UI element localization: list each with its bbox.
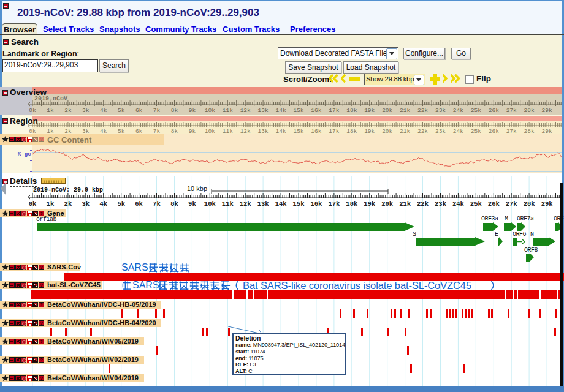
svg-text:16k: 16k — [310, 200, 322, 208]
svg-text:13k: 13k — [258, 128, 269, 134]
svg-text:1k: 1k — [47, 200, 55, 208]
svg-text:18k: 18k — [346, 200, 357, 208]
svg-text:25k: 25k — [470, 200, 482, 208]
svg-text:1k: 1k — [47, 107, 54, 114]
svg-text:21k: 21k — [400, 128, 410, 134]
svg-text:17k: 17k — [329, 107, 339, 114]
svg-text:9k: 9k — [189, 107, 196, 114]
svg-text:21k: 21k — [400, 107, 410, 114]
svg-text:0k: 0k — [29, 200, 37, 208]
svg-text:25k: 25k — [471, 107, 481, 114]
svg-text:11k: 11k — [222, 200, 234, 208]
svg-text:4k: 4k — [99, 200, 107, 208]
svg-text:8k: 8k — [171, 107, 178, 114]
svg-text:29k: 29k — [542, 128, 552, 134]
svg-text:13k: 13k — [258, 107, 269, 114]
svg-text:14k: 14k — [276, 107, 286, 114]
svg-text:22k: 22k — [417, 200, 429, 208]
svg-text:0k: 0k — [29, 128, 36, 134]
svg-text:4k: 4k — [100, 107, 107, 114]
svg-text:26k: 26k — [489, 128, 499, 134]
svg-text:8k: 8k — [171, 128, 178, 134]
svg-text:6k: 6k — [135, 107, 143, 114]
svg-text:26k: 26k — [489, 107, 499, 114]
svg-text:9k: 9k — [188, 200, 196, 208]
svg-text:15k: 15k — [293, 128, 303, 134]
svg-text:5k: 5k — [118, 128, 125, 134]
svg-text:3k: 3k — [82, 107, 90, 114]
svg-text:22k: 22k — [417, 128, 428, 134]
svg-text:29k: 29k — [541, 200, 553, 208]
svg-text:2k: 2k — [64, 200, 72, 208]
svg-text:27k: 27k — [506, 200, 517, 208]
svg-text:6k: 6k — [135, 128, 143, 134]
svg-text:3k: 3k — [82, 128, 90, 134]
svg-text:10k: 10k — [205, 107, 215, 114]
svg-text:19k: 19k — [364, 128, 375, 134]
svg-text:12k: 12k — [240, 200, 251, 208]
svg-text:1k: 1k — [47, 128, 54, 134]
svg-text:24k: 24k — [453, 128, 463, 134]
svg-text:16k: 16k — [311, 107, 321, 114]
svg-text:18k: 18k — [346, 128, 357, 134]
svg-text:11k: 11k — [223, 128, 233, 134]
svg-text:20k: 20k — [381, 200, 393, 208]
svg-text:7k: 7k — [153, 107, 161, 114]
svg-text:15k: 15k — [293, 200, 305, 208]
svg-text:19k: 19k — [364, 107, 375, 114]
svg-text:22k: 22k — [417, 107, 428, 114]
svg-text:27k: 27k — [506, 107, 517, 114]
svg-text:17k: 17k — [329, 128, 339, 134]
svg-text:5k: 5k — [117, 200, 125, 208]
svg-text:13k: 13k — [257, 200, 269, 208]
svg-text:12k: 12k — [240, 107, 251, 114]
svg-text:21k: 21k — [399, 200, 411, 208]
svg-text:6k: 6k — [135, 200, 143, 208]
svg-text:20k: 20k — [382, 107, 392, 114]
svg-text:25k: 25k — [471, 128, 481, 134]
svg-text:19k: 19k — [364, 200, 375, 208]
svg-text:2k: 2k — [64, 107, 72, 114]
svg-text:16k: 16k — [311, 128, 321, 134]
svg-text:17k: 17k — [328, 200, 340, 208]
svg-text:7k: 7k — [153, 128, 161, 134]
svg-text:15k: 15k — [293, 107, 303, 114]
svg-text:4k: 4k — [100, 128, 107, 134]
svg-text:23k: 23k — [435, 200, 446, 208]
svg-text:3k: 3k — [82, 200, 90, 208]
svg-text:27k: 27k — [506, 128, 517, 134]
svg-text:20k: 20k — [382, 128, 392, 134]
svg-text:23k: 23k — [435, 107, 446, 114]
svg-text:28k: 28k — [524, 200, 535, 208]
svg-text:10k: 10k — [205, 128, 215, 134]
svg-text:5k: 5k — [118, 107, 125, 114]
svg-text:0k: 0k — [29, 107, 36, 114]
svg-text:7k: 7k — [153, 200, 161, 208]
svg-text:23k: 23k — [435, 128, 446, 134]
svg-text:8k: 8k — [170, 200, 178, 208]
svg-text:18k: 18k — [346, 107, 357, 114]
svg-text:14k: 14k — [275, 200, 287, 208]
svg-text:28k: 28k — [524, 107, 535, 114]
svg-text:26k: 26k — [488, 200, 500, 208]
svg-text:29k: 29k — [542, 107, 552, 114]
svg-text:24k: 24k — [452, 200, 464, 208]
svg-text:2k: 2k — [64, 128, 72, 134]
svg-text:24k: 24k — [453, 107, 463, 114]
svg-text:10k: 10k — [204, 200, 216, 208]
svg-text:14k: 14k — [276, 128, 286, 134]
svg-text:12k: 12k — [240, 128, 251, 134]
svg-text:28k: 28k — [524, 128, 535, 134]
svg-text:9k: 9k — [189, 128, 196, 134]
svg-text:11k: 11k — [223, 107, 233, 114]
